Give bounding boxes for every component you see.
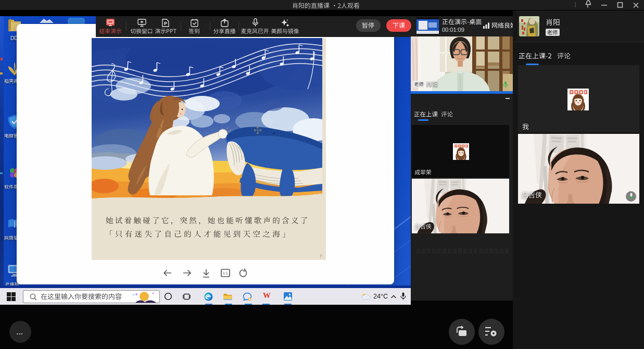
svg-text:1:1: 1:1 — [223, 271, 228, 275]
svg-text:P: P — [164, 21, 167, 26]
